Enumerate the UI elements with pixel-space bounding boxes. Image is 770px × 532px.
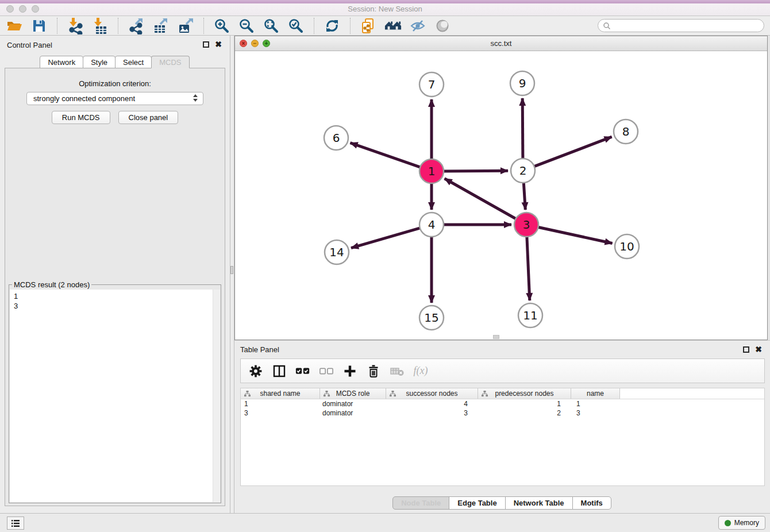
graph-node-9[interactable]: 9 [510, 71, 534, 95]
column-header-mcds-role[interactable]: MCDS role [320, 388, 386, 399]
graph-node-2[interactable]: 2 [511, 159, 535, 183]
column-header-name[interactable]: name [571, 388, 620, 399]
canvas-scrollbar-thumb[interactable] [493, 335, 499, 339]
function-builder-icon[interactable]: f(x) [413, 364, 428, 379]
cell-shared-name[interactable]: 3 [241, 408, 320, 418]
graph-edge-2-3[interactable] [523, 182, 525, 210]
network-window-title: scc.txt [235, 39, 767, 48]
control-panel-controls: ✖ [203, 41, 222, 48]
control-tab-select[interactable]: Select [115, 56, 152, 68]
graph-node-3[interactable]: 3 [514, 213, 538, 237]
table-panel: Table Panel ✖ [234, 340, 770, 513]
network-canvas[interactable]: 7968124314101511 [235, 51, 767, 340]
graph-edge-1-6[interactable] [351, 143, 422, 168]
graph-edge-3-1[interactable] [445, 179, 517, 219]
cell-mcds-role[interactable]: dominator [320, 399, 386, 408]
import-table-icon[interactable] [91, 17, 109, 34]
float-panel-icon[interactable] [203, 41, 209, 48]
optimization-criterion-label: Optimization criterion: [5, 79, 225, 88]
mcds-result-group: MCDS result (2 nodes) 13 [9, 284, 221, 503]
control-tab-network[interactable]: Network [40, 56, 83, 68]
graph-edge-2-8[interactable] [533, 137, 612, 167]
graph-edge-1-2[interactable] [442, 171, 508, 171]
control-tab-mcds[interactable]: MCDS [151, 56, 189, 68]
window-title: Session: New Session [0, 5, 770, 13]
cell-name[interactable]: 1 [571, 399, 620, 408]
cell-predecessor-nodes[interactable]: 1 [478, 399, 571, 408]
table-settings-gear-icon[interactable] [248, 364, 263, 379]
export-network-icon[interactable] [128, 17, 145, 34]
zoom-out-icon[interactable] [238, 17, 255, 34]
control-panel-title: Control Panel [7, 41, 52, 49]
graph-node-8[interactable]: 8 [614, 119, 638, 144]
hide-panels-eye-slash-icon[interactable] [409, 17, 426, 34]
cell-mcds-role[interactable]: dominator [320, 408, 386, 418]
column-header-shared-name[interactable]: shared name [241, 388, 320, 399]
open-session-icon[interactable] [6, 17, 23, 34]
cell-name[interactable]: 3 [571, 408, 620, 418]
graph-node-6[interactable]: 6 [324, 126, 348, 150]
splitter-grip[interactable] [230, 266, 233, 274]
graph-edge-3-10[interactable] [537, 227, 613, 244]
table-row[interactable]: 1dominator411 [241, 399, 764, 408]
close-panel-icon[interactable]: ✖ [215, 41, 222, 48]
network-window-titlebar: × − + scc.txt [235, 36, 767, 51]
graph-edge-4-14[interactable] [351, 228, 421, 248]
table-tab-edge-table[interactable]: Edge Table [449, 496, 505, 510]
control-tab-style[interactable]: Style [83, 56, 116, 68]
graph-node-4[interactable]: 4 [419, 213, 444, 237]
delete-column-icon[interactable] [390, 364, 405, 379]
table-tab-node-table[interactable]: Node Table [392, 496, 449, 510]
network-graph[interactable]: 7968124314101511 [235, 51, 767, 340]
task-history-button[interactable] [7, 516, 24, 530]
delete-row-trash-icon[interactable] [366, 364, 381, 379]
graph-node-7[interactable]: 7 [419, 72, 444, 97]
svg-text:6: 6 [333, 131, 340, 145]
cell-shared-name[interactable]: 1 [241, 399, 320, 408]
float-panel-icon[interactable] [743, 346, 749, 353]
show-panels-eye-icon[interactable] [434, 17, 451, 34]
graph-edge-3-11[interactable] [527, 236, 530, 300]
memory-button[interactable]: Memory [718, 516, 765, 530]
clone-network-icon[interactable] [360, 17, 377, 34]
graph-node-10[interactable]: 10 [615, 234, 639, 259]
network-overview-icon[interactable] [384, 17, 402, 34]
cell-successor-nodes[interactable]: 3 [386, 408, 478, 418]
select-all-icon[interactable] [295, 364, 310, 379]
search-input[interactable] [614, 21, 759, 30]
dropdown-stepper-icon [193, 94, 198, 102]
import-network-icon[interactable] [67, 17, 84, 34]
column-header-predecessor-nodes[interactable]: predecessor nodes [478, 388, 571, 399]
result-scrollbar[interactable] [213, 290, 220, 502]
zoom-fit-icon[interactable] [263, 17, 280, 34]
graph-node-11[interactable]: 11 [518, 303, 542, 327]
criterion-dropdown[interactable]: strongly connected component [26, 92, 203, 105]
panel-splitter[interactable] [230, 36, 234, 513]
toolbar-separator [57, 18, 57, 34]
column-layout-icon[interactable] [272, 364, 287, 379]
search-field[interactable] [598, 19, 764, 32]
graph-node-15[interactable]: 15 [419, 306, 444, 330]
column-header-successor-nodes[interactable]: successor nodes [386, 388, 478, 399]
control-panel-tabs: NetworkStyleSelectMCDS [0, 56, 230, 68]
mcds-result-area[interactable]: 13 [10, 290, 220, 502]
graph-node-1[interactable]: 1 [419, 159, 444, 183]
table-row[interactable]: 3dominator323 [241, 408, 764, 418]
graph-node-14[interactable]: 14 [325, 240, 349, 264]
zoom-in-icon[interactable] [213, 17, 230, 34]
export-table-icon[interactable] [152, 17, 170, 34]
graph-edge-2-9[interactable] [522, 98, 523, 160]
deselect-all-icon[interactable] [319, 364, 334, 379]
table-tab-motifs[interactable]: Motifs [572, 496, 611, 510]
close-panel-icon[interactable]: ✖ [755, 346, 762, 353]
add-row-plus-icon[interactable] [342, 364, 357, 379]
close-panel-button[interactable]: Close panel [118, 111, 179, 124]
export-image-icon[interactable] [177, 17, 194, 34]
cell-predecessor-nodes[interactable]: 2 [478, 408, 571, 418]
save-session-icon[interactable] [30, 17, 48, 34]
run-mcds-button[interactable]: Run MCDS [52, 111, 110, 124]
table-tab-network-table[interactable]: Network Table [505, 496, 573, 510]
cell-successor-nodes[interactable]: 4 [386, 399, 478, 408]
refresh-layout-icon[interactable] [324, 17, 341, 34]
zoom-selected-icon[interactable] [287, 17, 305, 34]
